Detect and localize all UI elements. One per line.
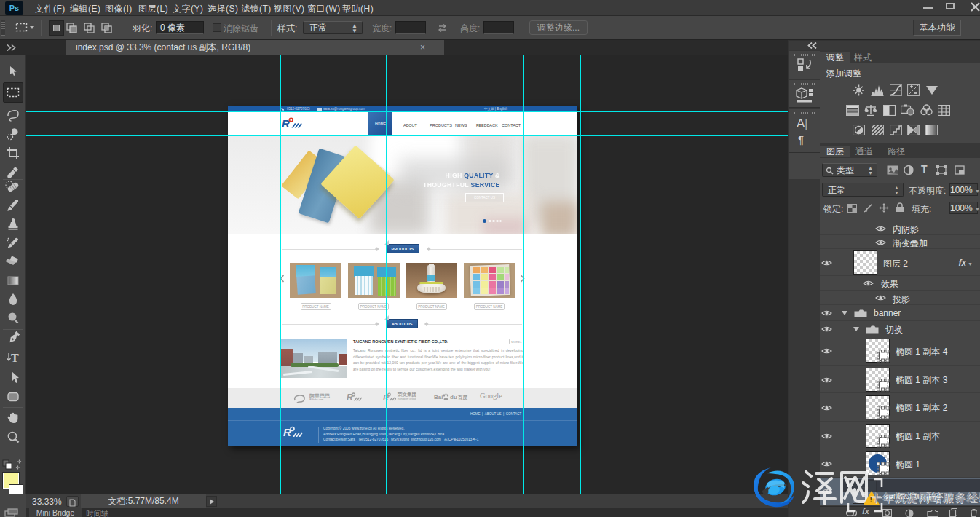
svg-text:T: T [11,352,19,364]
svg-text:R: R [283,426,291,438]
svg-text:R: R [282,117,290,130]
